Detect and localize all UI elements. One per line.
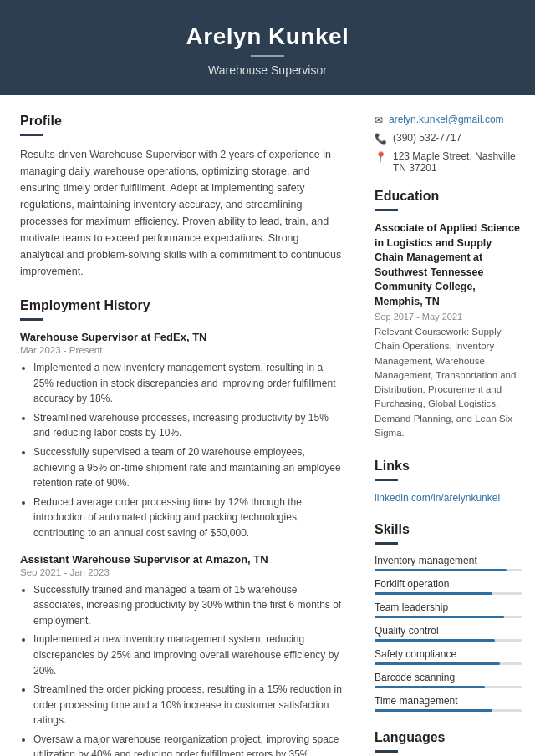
candidate-name: Arelyn Kunkel <box>17 23 518 50</box>
skill-item: Team leadership <box>374 601 522 618</box>
header-divider <box>251 55 284 57</box>
main-content: Profile Results-driven Warehouse Supervi… <box>0 95 535 756</box>
employment-divider <box>20 318 43 321</box>
skill-name: Team leadership <box>374 601 522 613</box>
employment-section: Employment History Warehouse Supervisor … <box>20 298 342 756</box>
contact-phone-item: 📞 (390) 532-7717 <box>374 132 522 145</box>
profile-divider <box>20 134 43 136</box>
skill-bar-fill <box>374 709 492 712</box>
skill-bar-bg <box>374 686 522 688</box>
edu-dates: Sep 2017 - May 2021 <box>374 312 522 322</box>
contact-section: ✉ arelyn.kunkel@gmail.com 📞 (390) 532-77… <box>374 114 522 174</box>
education-divider <box>374 209 398 211</box>
phone-text: (390) 532-7717 <box>393 132 461 144</box>
bullet: Oversaw a major warehouse reorganization… <box>33 732 342 756</box>
profile-section: Profile Results-driven Warehouse Supervi… <box>20 114 342 280</box>
skill-name: Barcode scanning <box>374 672 522 683</box>
bullet: Successfully trained and managed a team … <box>33 582 342 629</box>
email-icon: ✉ <box>374 114 383 126</box>
right-column: ✉ arelyn.kunkel@gmail.com 📞 (390) 532-77… <box>359 95 535 756</box>
job-dates-2: Sep 2021 - Jan 2023 <box>20 567 342 577</box>
skill-bar-bg <box>374 709 522 712</box>
skill-name: Safety compliance <box>374 648 522 660</box>
job-bullets-2: Successfully trained and managed a team … <box>20 582 342 756</box>
languages-divider <box>374 750 398 753</box>
resume-header: Arelyn Kunkel Warehouse Supervisor <box>0 0 535 95</box>
skill-bar-fill <box>374 569 507 571</box>
skill-bar-bg <box>374 639 522 642</box>
languages-title: Languages <box>374 730 522 745</box>
skill-name: Quality control <box>374 625 522 637</box>
edu-courses: Relevant Coursework: Supply Chain Operat… <box>374 325 522 440</box>
job-title-1: Warehouse Supervisor at FedEx, TN <box>20 331 342 343</box>
links-section: Links linkedin.com/in/arelynkunkel <box>374 459 522 504</box>
education-section: Education Associate of Applied Science i… <box>374 189 522 440</box>
contact-email-item: ✉ arelyn.kunkel@gmail.com <box>374 114 522 126</box>
job-dates-1: Mar 2023 - Present <box>20 345 342 355</box>
email-link[interactable]: arelyn.kunkel@gmail.com <box>389 114 504 125</box>
skill-item: Forklift operation <box>374 578 522 595</box>
links-title: Links <box>374 459 522 474</box>
job-bullets-1: Implemented a new inventory management s… <box>20 360 342 541</box>
bullet: Implemented a new inventory management s… <box>33 360 342 407</box>
bullet: Implemented a new inventory management s… <box>33 632 342 678</box>
bullet: Reduced average order processing time by… <box>33 495 342 541</box>
skill-item: Inventory management <box>374 555 522 571</box>
skill-bar-bg <box>374 616 522 618</box>
profile-title: Profile <box>20 114 342 129</box>
phone-icon: 📞 <box>374 133 387 145</box>
linkedin-link[interactable]: linkedin.com/in/arelynkunkel <box>374 492 500 504</box>
location-icon: 📍 <box>374 151 387 163</box>
edu-degree: Associate of Applied Science in Logistic… <box>374 221 522 309</box>
skill-item: Safety compliance <box>374 648 522 665</box>
skill-bar-fill <box>374 686 485 688</box>
contact-address-item: 📍 123 Maple Street, Nashville, TN 37201 <box>374 150 522 174</box>
skills-title: Skills <box>374 522 522 537</box>
skills-section: Skills Inventory management Forklift ope… <box>374 522 522 712</box>
skill-name: Time management <box>374 695 522 707</box>
skill-bar-bg <box>374 592 522 595</box>
job-title-2: Assistant Warehouse Supervisor at Amazon… <box>20 553 342 566</box>
left-column: Profile Results-driven Warehouse Supervi… <box>0 95 359 756</box>
languages-section: Languages English Russian <box>374 730 522 756</box>
education-title: Education <box>374 189 522 204</box>
employment-title: Employment History <box>20 298 342 313</box>
skill-name: Inventory management <box>374 555 522 566</box>
job-item: Warehouse Supervisor at FedEx, TN Mar 20… <box>20 331 342 541</box>
links-divider <box>374 479 398 481</box>
skill-name: Forklift operation <box>374 578 522 590</box>
bullet: Successfully supervised a team of 20 war… <box>33 444 342 491</box>
job-item: Assistant Warehouse Supervisor at Amazon… <box>20 553 342 756</box>
skill-item: Barcode scanning <box>374 672 522 688</box>
skill-bar-fill <box>374 662 500 665</box>
skill-item: Time management <box>374 695 522 712</box>
skills-list: Inventory management Forklift operation … <box>374 555 522 712</box>
skill-bar-bg <box>374 662 522 665</box>
profile-text: Results-driven Warehouse Supervisor with… <box>20 146 342 280</box>
skill-bar-bg <box>374 569 522 571</box>
skill-bar-fill <box>374 592 492 595</box>
bullet: Streamlined warehouse processes, increas… <box>33 410 342 441</box>
skill-item: Quality control <box>374 625 522 642</box>
skill-bar-fill <box>374 639 495 642</box>
skill-bar-fill <box>374 616 504 618</box>
address-text: 123 Maple Street, Nashville, TN 37201 <box>393 150 522 174</box>
bullet: Streamlined the order picking process, r… <box>33 682 342 728</box>
skills-divider <box>374 542 398 545</box>
candidate-title: Warehouse Supervisor <box>17 63 518 77</box>
